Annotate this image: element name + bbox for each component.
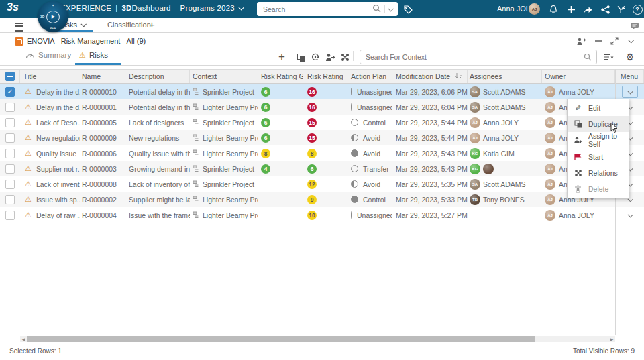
dashboard-name[interactable]: Programs 2023 [180,4,235,12]
notifications-bell-icon[interactable] [548,4,559,15]
column-header-risk-rating[interactable]: Risk Rating [303,70,347,83]
assign-button[interactable] [325,52,335,62]
tools-button[interactable] [339,52,350,62]
hamburger-menu-icon[interactable] [15,23,23,32]
column-header-risk-rating-goal[interactable]: Risk Rating Goal [258,70,303,83]
menu-item-delete[interactable]: Delete [568,181,629,197]
table-row[interactable]: ✓⚠Delay in the d...R-0000010Potential de… [0,84,644,99]
menu-item-relations[interactable]: Relations [568,165,629,181]
maximize-widget-icon[interactable] [609,36,620,46]
row-checkbox[interactable] [5,195,15,204]
h-scrollbar-thumb[interactable] [27,336,535,342]
select-all-checkbox[interactable] [5,72,15,81]
sort-descending-icon[interactable] [455,72,463,80]
table-row[interactable]: ⚠New regulationsR-0000009New regulations… [0,130,644,145]
menu-item-duplicate[interactable]: Duplicate [568,116,629,132]
risk-rating-goal-badge: 6 [261,87,270,97]
table-row[interactable]: ⚠Quality issueR-0000006Quality issue wit… [0,145,644,161]
row-checkbox[interactable] [5,118,15,127]
help-icon[interactable]: ? [632,4,643,15]
table-row[interactable]: ⚠Supplier not r...R-0000003Growing deman… [0,161,644,176]
3dcompass[interactable]: ▶ 3D V+R ✦ [38,1,68,32]
risk-type-icon: ⚠ [25,118,32,127]
share-widget-icon[interactable] [576,36,586,46]
row-checkbox[interactable] [5,211,15,220]
row-menu-button[interactable] [622,86,638,98]
row-select-cell[interactable] [0,176,20,192]
column-header-owner[interactable]: Owner [542,70,615,83]
context-search-input[interactable] [360,52,584,62]
table-row[interactable]: ⚠Delay of raw ...R-0000004Issue with the… [0,207,644,223]
share-network-icon[interactable] [600,4,610,15]
tab-summary[interactable]: Summary [25,51,71,59]
3ds-logo[interactable]: 3s [7,1,19,13]
row-menu-button[interactable] [623,210,637,221]
column-header-modification-date[interactable]: Modification Date [392,70,468,83]
row-select-cell[interactable]: ✓ [0,84,20,99]
select-all-checkbox-cell[interactable] [0,70,20,83]
row-select-cell[interactable] [0,130,20,145]
search-scope-chevron-icon[interactable] [388,6,393,11]
search-icon[interactable] [372,3,381,15]
tab-classification[interactable]: Classification [107,21,151,29]
minimize-widget-icon[interactable] [593,36,604,46]
duplicate-button[interactable] [295,52,306,62]
assignees-cell [468,207,542,223]
global-search[interactable] [257,2,398,16]
risk-rating-goal-cell: 6 [258,115,303,130]
menu-item-start[interactable]: Start [568,149,629,165]
filter-button[interactable] [603,52,614,62]
column-header-description[interactable]: Description [127,70,190,83]
horizontal-scrollbar[interactable]: ◀ ▶ [20,336,615,342]
user-avatar[interactable]: AJ [529,3,540,15]
risk-type-icon: ⚠ [25,87,32,96]
column-header-action-plan[interactable]: Action Plan [347,70,392,83]
table-row[interactable]: ⚠Delay in the d...R-0000001Potential del… [0,99,644,115]
table-row[interactable]: ⚠Lack of invent...R-0000008Lack of inven… [0,176,644,192]
settings-gear-icon[interactable]: ⚙ [625,52,635,62]
menu-item-edit[interactable]: ✎ Edit [568,100,629,116]
column-header-name[interactable]: Name [80,70,127,83]
title-cell: ⚠Lack of Reso... [20,115,80,130]
row-checkbox[interactable]: ✓ [5,87,15,97]
row-checkbox[interactable] [5,103,15,112]
column-header-title[interactable]: Title [20,70,80,83]
compass-play-icon[interactable]: ▶ [46,11,60,23]
refresh-button[interactable] [310,52,321,62]
widget-title: ENOVIA - Risk Management - All (9) [27,37,146,45]
create-risk-button[interactable]: + [276,52,287,62]
row-checkbox[interactable] [5,149,15,158]
tab-risks[interactable]: ⚠ Risks [79,51,108,59]
widget-menu-chevron-icon[interactable] [625,36,636,46]
row-select-cell[interactable] [0,99,20,115]
row-select-cell[interactable] [0,145,20,161]
row-checkbox[interactable] [5,133,15,143]
context-search[interactable] [360,50,597,64]
menu-item-assign-to-self[interactable]: Assign to Self [568,132,629,148]
search-icon[interactable] [584,53,592,61]
name-cell: R-0000002 [80,192,127,207]
add-content-icon[interactable] [566,4,576,15]
context-cell: Lighter Beamy Projec [190,130,258,145]
global-search-input[interactable] [257,5,372,13]
share-arrow-icon[interactable] [582,4,593,15]
add-tab-button[interactable]: + [149,19,155,30]
menu-cell[interactable] [615,84,644,99]
table-row[interactable]: ⚠Issue with sp...R-0000002Supplier might… [0,192,644,207]
tag-icon[interactable] [402,4,413,15]
scroll-left-arrow[interactable]: ◀ [20,336,27,342]
menu-cell[interactable] [615,207,644,223]
row-checkbox[interactable] [5,164,15,174]
dashboard-chevron-icon[interactable] [238,5,244,10]
row-select-cell[interactable] [0,115,20,130]
row-select-cell[interactable] [0,192,20,207]
column-header-assignees[interactable]: Assignees [468,70,542,83]
row-checkbox[interactable] [5,180,15,189]
scroll-right-arrow[interactable]: ▶ [608,336,615,342]
table-row[interactable]: ⚠Lack of Reso...R-0000005Lack of designe… [0,115,644,130]
3dswym-icon[interactable] [616,4,627,15]
row-select-cell[interactable] [0,161,20,176]
column-header-context[interactable]: Context [190,70,258,83]
row-select-cell[interactable] [0,207,20,223]
comments-icon[interactable] [629,21,640,32]
